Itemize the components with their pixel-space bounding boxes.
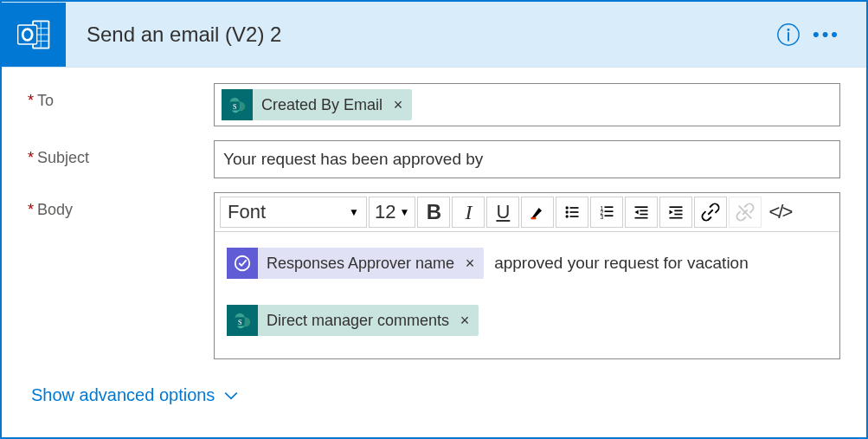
form: *To S Created By Email × *Subject	[2, 68, 866, 405]
numbers-button[interactable]: 123	[590, 197, 623, 228]
subject-input[interactable]	[222, 146, 833, 172]
svg-point-9	[788, 28, 790, 30]
row-body: *Body Font ▼ 12 ▼ B I U	[28, 192, 840, 359]
chevron-down-icon	[223, 388, 239, 403]
brush-icon	[529, 203, 546, 221]
svg-rect-10	[788, 32, 789, 41]
token-manager-comments[interactable]: S Direct manager comments ×	[227, 305, 479, 336]
unlink-icon	[736, 203, 755, 222]
svg-rect-18	[570, 207, 579, 209]
svg-rect-28	[605, 215, 614, 216]
size-label: 12	[375, 201, 395, 223]
more-button[interactable]: •••	[807, 16, 845, 54]
indent-icon	[667, 203, 685, 221]
line-break	[227, 287, 827, 296]
label-body: *Body	[28, 192, 214, 219]
svg-point-17	[566, 206, 569, 209]
link-button[interactable]	[694, 197, 727, 228]
svg-rect-31	[640, 214, 648, 216]
unlink-button	[729, 197, 762, 228]
svg-rect-16	[531, 217, 537, 220]
link-icon	[701, 203, 720, 222]
svg-rect-35	[675, 214, 683, 216]
svg-text:3: 3	[601, 214, 604, 220]
token-created-by-email[interactable]: S Created By Email ×	[222, 89, 412, 120]
color-button[interactable]	[521, 197, 554, 228]
token-label: Direct manager comments	[265, 312, 453, 330]
subject-field[interactable]	[214, 140, 840, 178]
show-advanced-options[interactable]: Show advanced options	[28, 373, 840, 405]
svg-point-38	[235, 256, 250, 271]
number-list-icon: 123	[598, 203, 615, 221]
svg-rect-32	[635, 217, 648, 219]
italic-button[interactable]: I	[452, 197, 485, 228]
svg-rect-26	[605, 210, 614, 212]
token-label: Responses Approver name	[265, 255, 458, 273]
caret-down-icon: ▼	[399, 206, 409, 218]
svg-rect-20	[570, 211, 579, 213]
row-to: *To S Created By Email ×	[28, 83, 840, 126]
bullet-list-icon	[563, 203, 581, 221]
font-label: Font	[228, 201, 266, 223]
svg-rect-36	[670, 217, 683, 219]
outdent-button[interactable]	[625, 197, 658, 228]
bold-button[interactable]: B	[417, 197, 450, 228]
body-field: Font ▼ 12 ▼ B I U	[214, 192, 840, 359]
body-text: approved your request for vacation	[494, 254, 749, 273]
label-subject: *Subject	[28, 140, 214, 167]
ellipsis-icon: •••	[813, 23, 840, 46]
size-select[interactable]: 12 ▼	[369, 197, 415, 228]
svg-rect-34	[675, 210, 683, 212]
svg-rect-24	[605, 206, 614, 208]
action-card: Send an email (V2) 2 ••• *To S Crea	[0, 0, 868, 439]
code-view-button[interactable]: </>	[763, 197, 796, 228]
row-subject: *Subject	[28, 140, 840, 178]
svg-point-21	[566, 215, 569, 217]
bullets-button[interactable]	[556, 197, 588, 228]
svg-text:S: S	[233, 103, 237, 111]
token-remove[interactable]: ×	[458, 255, 482, 273]
svg-rect-30	[640, 210, 648, 212]
underline-button[interactable]: U	[486, 197, 519, 228]
svg-rect-22	[570, 216, 579, 217]
label-to: *To	[28, 83, 214, 110]
svg-rect-33	[670, 206, 683, 208]
sharepoint-icon: S	[227, 305, 258, 336]
rte-toolbar: Font ▼ 12 ▼ B I U	[215, 193, 839, 232]
card-title: Send an email (V2) 2	[66, 23, 769, 47]
info-button[interactable]	[769, 16, 807, 54]
indent-button[interactable]	[659, 197, 692, 228]
svg-rect-29	[635, 206, 648, 208]
sharepoint-icon: S	[222, 89, 253, 120]
advanced-label: Show advanced options	[31, 385, 215, 405]
token-remove[interactable]: ×	[386, 96, 410, 114]
outlook-icon	[2, 3, 66, 67]
to-field[interactable]: S Created By Email ×	[214, 83, 840, 126]
info-icon	[775, 22, 801, 48]
caret-down-icon: ▼	[349, 206, 359, 218]
body-editor[interactable]: Responses Approver name × approved your …	[215, 232, 839, 358]
svg-text:S: S	[238, 319, 242, 326]
approvals-icon	[227, 248, 258, 279]
code-icon: </>	[768, 201, 791, 223]
font-select[interactable]: Font ▼	[220, 197, 367, 228]
token-remove[interactable]: ×	[453, 312, 477, 330]
svg-point-19	[566, 210, 569, 213]
token-approver-name[interactable]: Responses Approver name ×	[227, 248, 484, 279]
card-header: Send an email (V2) 2 •••	[2, 2, 866, 68]
token-label: Created By Email	[260, 96, 386, 114]
outdent-icon	[633, 203, 650, 221]
